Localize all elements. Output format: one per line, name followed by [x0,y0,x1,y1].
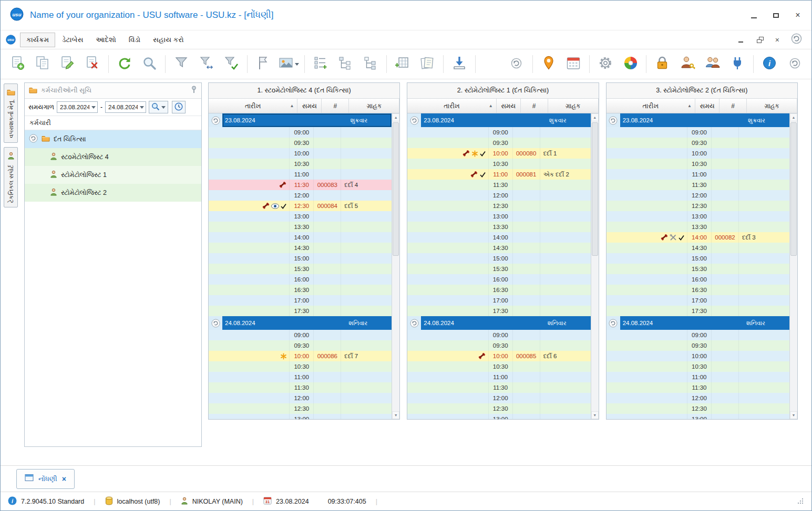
scroll-thumb[interactable] [592,122,598,256]
filter-button[interactable] [170,53,193,76]
export-button[interactable] [448,53,471,76]
date-header-row[interactable]: 24.08.2024શનિવાર [407,316,590,330]
time-slot-row[interactable]: 13:00 [209,211,392,222]
table-add-button[interactable] [391,53,414,76]
time-slot-row[interactable]: 09:30 [607,138,789,148]
date-header-row[interactable]: 23.08.2024શુક્રવાર [209,113,392,127]
tree-employee-row[interactable]: સ્ટોમેટોલોજિસ્ટ 1 [25,166,201,184]
tree-folder-row[interactable]: દંત ચિકિત્સા [25,130,201,148]
appointment-row[interactable]: 14:00000082દર્દી 3 [607,232,789,243]
time-slot-row[interactable]: 09:00 [607,330,789,340]
time-slot-row[interactable]: 11:00 [407,372,590,382]
date-header-row[interactable]: 24.08.2024શનિવાર [607,316,789,330]
date-header-row[interactable]: 24.08.2024શનિવાર [209,316,392,330]
date-header-row[interactable]: 23.08.2024શુક્રવાર [407,113,590,127]
time-slot-row[interactable]: 09:30 [209,340,392,351]
column-header-client[interactable]: ગ્રાહક [349,99,399,113]
scroll-track[interactable] [790,121,797,411]
appointment-row[interactable]: 11:00000081એક દર્દી 2 [407,169,590,180]
tab-close-icon[interactable]: × [62,475,66,483]
time-slot-row[interactable]: 12:00 [607,393,789,403]
menu-commands[interactable]: આદેશો [90,33,122,47]
column-header-number[interactable]: # [521,99,548,113]
time-slot-row[interactable]: 10:00 [209,148,392,159]
time-slot-row[interactable]: 09:00 [607,127,789,138]
appointment-row[interactable]: 10:00000085દર્દી 6 [407,351,590,361]
edit-record-button[interactable] [56,53,79,76]
time-slot-row[interactable]: 16:00 [607,274,789,285]
time-slot-row[interactable]: 09:00 [209,330,392,340]
pin-icon[interactable] [191,86,197,96]
report-button[interactable] [416,53,439,76]
vertical-scrollbar[interactable]: ▲▼ [789,113,797,419]
vertical-scrollbar[interactable]: ▲▼ [591,113,599,419]
delete-record-button[interactable] [81,53,104,76]
tab-registration[interactable]: નોંધણી × [16,469,75,489]
time-slot-row[interactable]: 16:00 [407,274,590,285]
time-slot-row[interactable]: 14:00 [407,232,590,243]
appointment-row[interactable]: 10:00000086દર્દી 7 [209,351,392,361]
time-slot-row[interactable]: 15:30 [607,264,789,274]
appointment-row[interactable]: 10:00000080દર્દી 1 [407,148,590,159]
column-header-client[interactable]: ગ્રાહક [548,99,599,113]
time-slot-row[interactable]: 14:30 [407,243,590,253]
time-slot-row[interactable]: 17:30 [607,306,789,316]
time-slot-row[interactable]: 17:30 [209,306,392,316]
appointment-row[interactable]: 11:30000083દર્દી 4 [209,180,392,190]
time-slot-row[interactable]: 13:30 [209,222,392,232]
column-header-number[interactable]: # [720,99,747,113]
colors-button[interactable] [619,53,642,76]
time-slot-row[interactable]: 15:30 [407,264,590,274]
time-slot-row[interactable]: 15:30 [209,264,392,274]
scroll-up-button[interactable]: ▲ [591,113,599,121]
time-slot-row[interactable]: 16:30 [209,285,392,295]
tree-column-header[interactable]: કર્મચારી [25,116,201,130]
refresh-button[interactable] [113,53,136,76]
search-button[interactable] [149,101,168,113]
time-slot-row[interactable]: 13:00 [407,414,590,419]
side-tab-1[interactable]: ટેકનિકલ સપોર્ટ [4,147,18,207]
time-slot-row[interactable]: 12:30 [407,403,590,414]
time-slot-row[interactable]: 09:00 [407,127,590,138]
time-slot-row[interactable]: 17:00 [607,295,789,306]
location-button[interactable] [537,53,560,76]
time-slot-row[interactable]: 11:30 [209,382,392,393]
tree-employee-row[interactable]: સ્ટોમેટોલોજિસ્ટ 2 [25,184,201,202]
menu-program[interactable]: કાર્યક્રમ [20,33,55,47]
history-button[interactable] [505,53,528,76]
column-header-time[interactable]: સમય [497,99,521,113]
time-slot-row[interactable]: 14:30 [607,243,789,253]
scroll-down-button[interactable]: ▼ [790,411,797,419]
time-slot-row[interactable]: 11:00 [607,372,789,382]
user-roles-button[interactable] [676,53,699,76]
scroll-down-button[interactable]: ▼ [591,411,599,419]
scroll-track[interactable] [392,121,399,411]
add-record-button[interactable] [6,53,29,76]
mdi-close-button[interactable]: × [775,36,779,44]
time-slot-row[interactable]: 15:00 [209,253,392,264]
time-slot-row[interactable]: 13:30 [407,222,590,232]
time-slot-row[interactable]: 12:30 [607,201,789,211]
time-slot-row[interactable]: 13:30 [607,222,789,232]
time-slot-row[interactable]: 12:00 [607,190,789,201]
time-slot-row[interactable]: 11:00 [209,372,392,382]
time-slot-row[interactable]: 13:00 [607,414,789,419]
list-add-button[interactable] [309,53,332,76]
tree-expand-button[interactable] [359,53,382,76]
time-slot-row[interactable]: 11:00 [607,169,789,180]
resize-grip[interactable] [797,498,804,505]
calendar-button[interactable] [562,53,585,76]
date-to-combo[interactable]: 24.08.2024 [105,101,146,113]
scroll-up-button[interactable]: ▲ [790,113,797,121]
time-slot-row[interactable]: 10:30 [209,159,392,169]
column-header-time[interactable]: સમય [695,99,720,113]
time-slot-row[interactable]: 12:30 [407,201,590,211]
minimize-button[interactable] [749,11,758,19]
time-slot-row[interactable]: 10:30 [407,361,590,372]
time-slot-row[interactable]: 11:30 [607,382,789,393]
time-slot-row[interactable]: 09:30 [407,340,590,351]
date-from-combo[interactable]: 23.08.2024 [57,101,98,113]
time-slot-row[interactable]: 12:00 [209,393,392,403]
scroll-up-button[interactable]: ▲ [392,113,399,121]
search-button[interactable] [138,53,161,76]
